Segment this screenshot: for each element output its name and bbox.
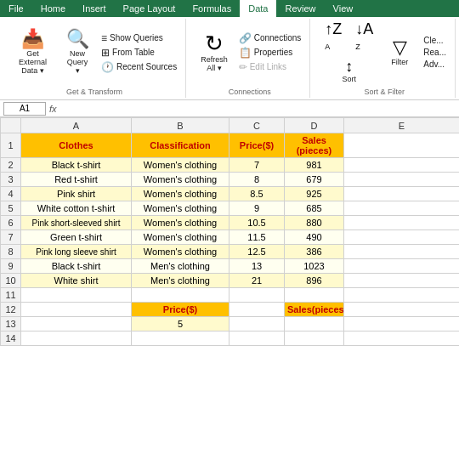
cell-e1[interactable] — [344, 133, 460, 158]
cell-c6[interactable]: 10.5 — [230, 216, 285, 230]
cell-c13[interactable] — [230, 317, 285, 332]
tab-review[interactable]: Review — [276, 0, 324, 17]
cell-a4[interactable]: Pink shirt — [21, 187, 132, 201]
cell-a6[interactable]: Pink short-sleeved shirt — [21, 216, 132, 230]
cell-e4[interactable] — [344, 187, 460, 201]
cell-e11[interactable] — [344, 288, 460, 303]
cell-d13[interactable] — [285, 317, 344, 332]
cell-c8[interactable]: 12.5 — [230, 245, 285, 259]
cell-d7[interactable]: 490 — [285, 230, 344, 245]
cell-a7[interactable]: Green t-shirt — [21, 230, 132, 245]
advanced-button[interactable]: Adv... — [420, 59, 450, 70]
name-box[interactable] — [3, 102, 46, 116]
cell-b7[interactable]: Women's clothing — [132, 230, 230, 245]
clear-button[interactable]: Cle... — [420, 35, 450, 46]
cell-d8[interactable]: 386 — [285, 245, 344, 259]
cell-e8[interactable] — [344, 245, 460, 259]
row-num-11[interactable]: 11 — [1, 288, 21, 303]
cell-c11[interactable] — [230, 288, 285, 303]
connections-button[interactable]: 🔗 Connections — [235, 31, 305, 45]
row-num-4[interactable]: 4 — [1, 187, 21, 201]
cell-b11[interactable] — [132, 288, 230, 303]
sort-button[interactable]: ↕ Sort — [331, 56, 368, 86]
cell-e3[interactable] — [344, 173, 460, 187]
cell-e12[interactable] — [344, 303, 460, 317]
cell-d5[interactable]: 685 — [285, 201, 344, 216]
cell-e9[interactable] — [344, 259, 460, 274]
cell-e6[interactable] — [344, 216, 460, 230]
cell-a13[interactable] — [21, 317, 132, 332]
cell-d6[interactable]: 880 — [285, 216, 344, 230]
cell-e13[interactable] — [344, 317, 460, 332]
cell-a10[interactable]: White shirt — [21, 274, 132, 288]
cell-a5[interactable]: White cotton t-shirt — [21, 201, 132, 216]
cell-d1[interactable]: Sales(pieces) — [285, 133, 344, 158]
cell-c3[interactable]: 8 — [230, 173, 285, 187]
new-query-button[interactable]: 🔍 NewQuery ▾ — [59, 27, 96, 77]
recent-sources-button[interactable]: 🕐 Recent Sources — [98, 60, 180, 74]
cell-e14[interactable] — [344, 332, 460, 346]
cell-c1[interactable]: Price($) — [230, 133, 285, 158]
col-header-c[interactable]: C — [230, 118, 285, 133]
row-num-6[interactable]: 6 — [1, 216, 21, 230]
tab-file[interactable]: File — [0, 0, 32, 17]
tab-view[interactable]: View — [325, 0, 362, 17]
cell-b4[interactable]: Women's clothing — [132, 187, 230, 201]
cell-b14[interactable] — [132, 332, 230, 346]
cell-a1[interactable]: Clothes — [21, 133, 132, 158]
cell-e2[interactable] — [344, 158, 460, 173]
sort-za-button[interactable]: ↓AZ — [349, 19, 379, 54]
cell-b8[interactable]: Women's clothing — [132, 245, 230, 259]
cell-c5[interactable]: 9 — [230, 201, 285, 216]
filter-button[interactable]: ▽ Filter — [381, 36, 418, 69]
cell-b12[interactable]: Price($) — [132, 303, 230, 317]
cell-a2[interactable]: Black t-shirt — [21, 158, 132, 173]
row-num-9[interactable]: 9 — [1, 259, 21, 274]
cell-d14[interactable] — [285, 332, 344, 346]
cell-d2[interactable]: 981 — [285, 158, 344, 173]
cell-a8[interactable]: Pink long sleeve shirt — [21, 245, 132, 259]
row-num-3[interactable]: 3 — [1, 173, 21, 187]
cell-c2[interactable]: 7 — [230, 158, 285, 173]
cell-c7[interactable]: 11.5 — [230, 230, 285, 245]
cell-c12[interactable] — [230, 303, 285, 317]
row-num-5[interactable]: 5 — [1, 201, 21, 216]
cell-c4[interactable]: 8.5 — [230, 187, 285, 201]
cell-d9[interactable]: 1023 — [285, 259, 344, 274]
cell-b3[interactable]: Women's clothing — [132, 173, 230, 187]
cell-b5[interactable]: Women's clothing — [132, 201, 230, 216]
cell-a12[interactable] — [21, 303, 132, 317]
cell-c10[interactable]: 21 — [230, 274, 285, 288]
sort-az-button[interactable]: ↑ZA — [319, 19, 348, 54]
cell-b10[interactable]: Men's clothing — [132, 274, 230, 288]
tab-home[interactable]: Home — [32, 0, 74, 17]
cell-b6[interactable]: Women's clothing — [132, 216, 230, 230]
cell-d11[interactable] — [285, 288, 344, 303]
properties-button[interactable]: 📋 Properties — [235, 46, 305, 60]
cell-a3[interactable]: Red t-shirt — [21, 173, 132, 187]
row-num-8[interactable]: 8 — [1, 245, 21, 259]
tab-page-layout[interactable]: Page Layout — [115, 0, 184, 17]
cell-b13[interactable]: 5 — [132, 317, 230, 332]
cell-e10[interactable] — [344, 274, 460, 288]
row-num-10[interactable]: 10 — [1, 274, 21, 288]
row-num-1[interactable]: 1 — [1, 133, 21, 158]
cell-b1[interactable]: Classification — [132, 133, 230, 158]
col-header-a[interactable]: A — [21, 118, 132, 133]
cell-e5[interactable] — [344, 201, 460, 216]
reapply-button[interactable]: Rea... — [420, 47, 450, 58]
from-table-button[interactable]: ⊞ From Table — [98, 46, 180, 60]
formula-input[interactable] — [60, 104, 456, 113]
tab-insert[interactable]: Insert — [74, 0, 115, 17]
col-header-b[interactable]: B — [132, 118, 230, 133]
tab-data[interactable]: Data — [240, 0, 276, 17]
row-num-7[interactable]: 7 — [1, 230, 21, 245]
cell-b9[interactable]: Men's clothing — [132, 259, 230, 274]
show-queries-button[interactable]: ≡ Show Queries — [98, 31, 180, 45]
cell-a11[interactable] — [21, 288, 132, 303]
cell-e7[interactable] — [344, 230, 460, 245]
row-num-12[interactable]: 12 — [1, 303, 21, 317]
row-num-2[interactable]: 2 — [1, 158, 21, 173]
col-header-e[interactable]: E — [344, 118, 460, 133]
cell-b2[interactable]: Women's clothing — [132, 158, 230, 173]
